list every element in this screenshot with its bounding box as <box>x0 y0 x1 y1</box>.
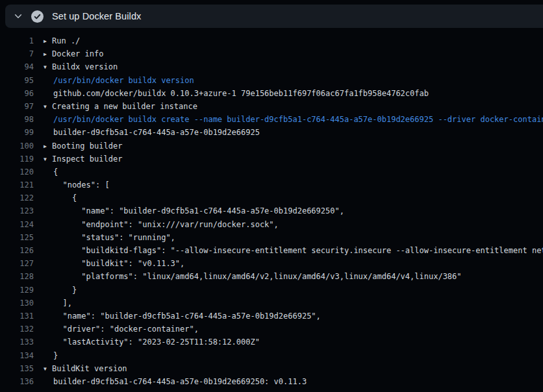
log-line: 132 "driver": "docker-container", <box>0 323 543 336</box>
log-line: 133 "lastActivity": "2023-02-25T11:58:12… <box>0 336 543 349</box>
log-text: builder-d9cfb5a1-c764-445a-a57e-0b19d2e6… <box>34 126 260 139</box>
line-number[interactable]: 129 <box>0 284 34 297</box>
line-number[interactable]: 100 <box>0 140 34 153</box>
line-number[interactable]: 95 <box>0 74 34 87</box>
log-line: 121 "nodes": [ <box>0 178 543 191</box>
log-text: "lastActivity": "2023-02-25T11:58:12.000… <box>34 336 260 349</box>
triangle-down-icon: ▼ <box>44 61 52 74</box>
log-text: "buildkitd-flags": "--allow-insecure-ent… <box>34 244 543 257</box>
log-text: builder-d9cfb5a1-c764-445a-a57e-0b19d2e6… <box>34 375 307 388</box>
log-text: "endpoint": "unix:///var/run/docker.sock… <box>34 218 279 231</box>
line-number[interactable]: 136 <box>0 375 34 388</box>
command-text: /usr/bin/docker buildx version <box>34 74 194 87</box>
triangle-down-icon: ▼ <box>44 101 52 114</box>
log-text: "platforms": "linux/amd64,linux/amd64/v2… <box>34 270 462 283</box>
log-group-header[interactable]: ▼BuildKit version <box>34 362 127 376</box>
log-line: 98/usr/bin/docker buildx create --name b… <box>0 113 543 126</box>
log-line: 94▼Buildx version <box>0 60 543 73</box>
line-number[interactable]: 123 <box>0 204 34 217</box>
chevron-down-icon[interactable] <box>14 12 23 21</box>
line-number[interactable]: 127 <box>0 257 34 270</box>
line-number[interactable]: 94 <box>0 60 34 73</box>
group-title: Booting builder <box>52 141 122 151</box>
log-line: 129 } <box>0 284 543 297</box>
log-group-header[interactable]: ▶Booting builder <box>34 140 122 153</box>
log-line: 126 "buildkitd-flags": "--allow-insecure… <box>0 244 543 257</box>
log-line: 100▶Booting builder <box>0 140 543 153</box>
line-number[interactable]: 131 <box>0 310 34 323</box>
line-number[interactable]: 126 <box>0 244 34 257</box>
log-line: 131 "name": "builder-d9cfb5a1-c764-445a-… <box>0 310 543 323</box>
log-line: 136builder-d9cfb5a1-c764-445a-a57e-0b19d… <box>0 375 543 388</box>
log-text: "buildkit": "v0.11.3", <box>34 257 184 270</box>
log-line: 95/usr/bin/docker buildx version <box>0 74 543 87</box>
log-text: ], <box>34 297 72 310</box>
line-number[interactable]: 99 <box>0 126 34 139</box>
log-group-header[interactable]: ▼Buildx version <box>34 60 118 74</box>
log-line: 119▼Inspect builder <box>0 153 543 165</box>
log-line: 122 { <box>0 191 543 204</box>
log-line: 99builder-d9cfb5a1-c764-445a-a57e-0b19d2… <box>0 126 543 139</box>
log-line: 97▼Creating a new builder instance <box>0 100 543 113</box>
log-line: 96github.com/docker/buildx 0.10.3+azure-… <box>0 87 543 100</box>
line-number[interactable]: 125 <box>0 231 34 244</box>
log-text: "nodes": [ <box>34 178 110 191</box>
line-number[interactable]: 120 <box>0 165 34 178</box>
line-number[interactable]: 1 <box>0 34 34 47</box>
log-line: 1▶Run ./ <box>0 34 543 47</box>
line-number[interactable]: 133 <box>0 336 34 349</box>
step-title: Set up Docker Buildx <box>52 11 141 21</box>
log-group-header[interactable]: ▶Docker info <box>34 47 103 61</box>
triangle-right-icon: ▶ <box>44 48 52 61</box>
log-group-header[interactable]: ▶Run ./ <box>34 34 80 48</box>
log-lines: 1▶Run ./7▶Docker info94▼Buildx version95… <box>0 34 543 388</box>
line-number[interactable]: 122 <box>0 191 34 204</box>
log-line: 128 "platforms": "linux/amd64,linux/amd6… <box>0 270 543 283</box>
line-number[interactable]: 135 <box>0 362 34 375</box>
triangle-right-icon: ▶ <box>44 140 52 153</box>
line-number[interactable]: 119 <box>0 153 34 165</box>
log-line: 123 "name": "builder-d9cfb5a1-c764-445a-… <box>0 204 543 217</box>
line-number[interactable]: 134 <box>0 349 34 362</box>
step-header[interactable]: Set up Docker Buildx <box>5 5 543 28</box>
line-number[interactable]: 130 <box>0 297 34 310</box>
group-title: Docker info <box>52 49 103 58</box>
log-line: 7▶Docker info <box>0 47 543 60</box>
line-number[interactable]: 96 <box>0 87 34 100</box>
log-text: github.com/docker/buildx 0.10.3+azure-1 … <box>34 87 429 100</box>
line-number[interactable]: 128 <box>0 270 34 283</box>
log-text: { <box>34 191 77 204</box>
log-line: 125 "status": "running", <box>0 231 543 244</box>
log-text: } <box>34 284 77 297</box>
log-line: 127 "buildkit": "v0.11.3", <box>0 257 543 270</box>
log-text: } <box>34 349 58 362</box>
log-line: 120{ <box>0 165 543 178</box>
group-title: Inspect builder <box>52 154 122 164</box>
log-container: 1▶Run ./7▶Docker info94▼Buildx version95… <box>0 28 543 392</box>
group-title: Run ./ <box>52 36 80 45</box>
triangle-down-icon: ▼ <box>44 153 52 166</box>
log-text: "name": "builder-d9cfb5a1-c764-445a-a57e… <box>34 310 321 323</box>
log-text: "driver": "docker-container", <box>34 323 199 336</box>
log-group-header[interactable]: ▼Creating a new builder instance <box>34 100 197 114</box>
line-number[interactable]: 7 <box>0 47 34 60</box>
line-number[interactable]: 121 <box>0 178 34 191</box>
log-text: "status": "running", <box>34 231 175 244</box>
triangle-down-icon: ▼ <box>44 363 52 376</box>
group-title: Creating a new builder instance <box>52 102 197 111</box>
line-number[interactable]: 132 <box>0 323 34 336</box>
log-text: "name": "builder-d9cfb5a1-c764-445a-a57e… <box>34 204 344 217</box>
log-text: { <box>34 165 58 178</box>
line-number[interactable]: 97 <box>0 100 34 113</box>
check-circle-icon <box>31 10 44 23</box>
command-text: /usr/bin/docker buildx create --name bui… <box>34 113 543 126</box>
line-number[interactable]: 98 <box>0 113 34 126</box>
group-title: BuildKit version <box>52 364 127 373</box>
log-line: 130 ], <box>0 297 543 310</box>
log-group-header[interactable]: ▼Inspect builder <box>34 153 122 166</box>
group-title: Buildx version <box>52 62 118 71</box>
log-line: 124 "endpoint": "unix:///var/run/docker.… <box>0 218 543 231</box>
log-line: 134} <box>0 349 543 362</box>
triangle-right-icon: ▶ <box>44 35 52 48</box>
line-number[interactable]: 124 <box>0 218 34 231</box>
